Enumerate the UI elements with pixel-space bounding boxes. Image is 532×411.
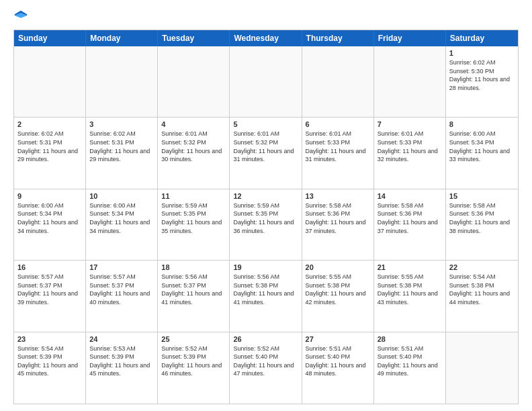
logo-icon [13,9,28,24]
calendar-row: 2Sunrise: 6:02 AM Sunset: 5:31 PM Daylig… [14,118,518,189]
day-number: 20 [306,263,370,271]
calendar-cell [302,46,374,117]
day-number: 21 [378,263,442,271]
day-info: Sunrise: 6:00 AM Sunset: 5:34 PM Dayligh… [449,130,515,163]
day-info: Sunrise: 6:02 AM Sunset: 5:30 PM Dayligh… [449,58,515,92]
calendar-body: 1Sunrise: 6:02 AM Sunset: 5:30 PM Daylig… [14,46,518,404]
calendar-cell: 28Sunrise: 5:51 AM Sunset: 5:40 PM Dayli… [374,332,446,404]
day-number: 11 [161,192,226,200]
header [13,11,519,24]
calendar-cell: 3Sunrise: 6:02 AM Sunset: 5:31 PM Daylig… [86,118,158,188]
calendar-cell: 23Sunrise: 5:54 AM Sunset: 5:39 PM Dayli… [14,332,86,404]
day-info: Sunrise: 6:01 AM Sunset: 5:33 PM Dayligh… [306,130,370,163]
calendar-cell: 21Sunrise: 5:55 AM Sunset: 5:38 PM Dayli… [374,261,446,331]
day-info: Sunrise: 6:01 AM Sunset: 5:32 PM Dayligh… [233,130,298,163]
calendar: SundayMondayTuesdayWednesdayThursdayFrid… [13,30,519,404]
day-number: 16 [17,263,82,271]
day-number: 10 [89,192,154,200]
calendar-cell: 9Sunrise: 6:00 AM Sunset: 5:34 PM Daylig… [14,189,86,260]
weekday-header: Monday [86,30,158,46]
calendar-row: 16Sunrise: 5:57 AM Sunset: 5:37 PM Dayli… [14,261,518,332]
day-info: Sunrise: 5:58 AM Sunset: 5:36 PM Dayligh… [378,201,442,235]
day-number: 25 [161,335,226,343]
day-info: Sunrise: 5:56 AM Sunset: 5:38 PM Dayligh… [233,273,298,306]
calendar-row: 23Sunrise: 5:54 AM Sunset: 5:39 PM Dayli… [14,332,518,404]
weekday-header: Friday [374,30,446,46]
day-number: 5 [233,120,298,128]
day-info: Sunrise: 6:00 AM Sunset: 5:34 PM Dayligh… [17,201,82,235]
calendar-cell: 2Sunrise: 6:02 AM Sunset: 5:31 PM Daylig… [14,118,86,188]
logo [13,11,31,24]
calendar-cell: 17Sunrise: 5:57 AM Sunset: 5:37 PM Dayli… [86,261,158,331]
day-info: Sunrise: 5:59 AM Sunset: 5:35 PM Dayligh… [161,201,226,235]
day-number: 12 [233,192,298,200]
day-number: 6 [306,120,370,128]
calendar-cell [230,46,302,117]
calendar-cell: 4Sunrise: 6:01 AM Sunset: 5:32 PM Daylig… [158,118,230,188]
day-info: Sunrise: 5:54 AM Sunset: 5:38 PM Dayligh… [449,273,515,306]
calendar-cell: 19Sunrise: 5:56 AM Sunset: 5:38 PM Dayli… [230,261,302,331]
day-info: Sunrise: 5:52 AM Sunset: 5:39 PM Dayligh… [161,345,226,378]
day-number: 7 [378,120,442,128]
day-number: 27 [306,335,370,343]
day-info: Sunrise: 6:01 AM Sunset: 5:32 PM Dayligh… [161,130,226,163]
day-info: Sunrise: 6:00 AM Sunset: 5:34 PM Dayligh… [89,201,154,235]
day-info: Sunrise: 5:59 AM Sunset: 5:35 PM Dayligh… [233,201,298,235]
calendar-header: SundayMondayTuesdayWednesdayThursdayFrid… [14,30,518,46]
day-info: Sunrise: 5:53 AM Sunset: 5:39 PM Dayligh… [89,345,154,378]
calendar-cell [86,46,158,117]
day-number: 8 [449,120,515,128]
calendar-cell: 26Sunrise: 5:52 AM Sunset: 5:40 PM Dayli… [230,332,302,404]
day-number: 17 [89,263,154,271]
calendar-cell [14,46,86,117]
day-number: 23 [17,335,82,343]
calendar-cell: 20Sunrise: 5:55 AM Sunset: 5:38 PM Dayli… [302,261,374,331]
day-number: 26 [233,335,298,343]
day-info: Sunrise: 5:58 AM Sunset: 5:36 PM Dayligh… [449,201,515,235]
day-info: Sunrise: 5:51 AM Sunset: 5:40 PM Dayligh… [306,345,370,378]
calendar-cell: 15Sunrise: 5:58 AM Sunset: 5:36 PM Dayli… [446,189,518,260]
weekday-header: Thursday [302,30,374,46]
day-number: 9 [17,192,82,200]
weekday-header: Sunday [14,30,86,46]
day-number: 19 [233,263,298,271]
calendar-cell: 27Sunrise: 5:51 AM Sunset: 5:40 PM Dayli… [302,332,374,404]
day-info: Sunrise: 5:56 AM Sunset: 5:37 PM Dayligh… [161,273,226,306]
day-info: Sunrise: 5:54 AM Sunset: 5:39 PM Dayligh… [17,345,82,378]
day-number: 24 [89,335,154,343]
day-info: Sunrise: 5:55 AM Sunset: 5:38 PM Dayligh… [306,273,370,306]
page: SundayMondayTuesdayWednesdayThursdayFrid… [0,0,532,411]
day-number: 14 [378,192,442,200]
calendar-cell: 6Sunrise: 6:01 AM Sunset: 5:33 PM Daylig… [302,118,374,188]
day-number: 3 [89,120,154,128]
calendar-cell: 14Sunrise: 5:58 AM Sunset: 5:36 PM Dayli… [374,189,446,260]
calendar-cell: 25Sunrise: 5:52 AM Sunset: 5:39 PM Dayli… [158,332,230,404]
day-info: Sunrise: 6:02 AM Sunset: 5:31 PM Dayligh… [89,130,154,163]
day-info: Sunrise: 5:58 AM Sunset: 5:36 PM Dayligh… [306,201,370,235]
calendar-cell: 5Sunrise: 6:01 AM Sunset: 5:32 PM Daylig… [230,118,302,188]
day-info: Sunrise: 5:51 AM Sunset: 5:40 PM Dayligh… [378,345,442,378]
calendar-cell: 24Sunrise: 5:53 AM Sunset: 5:39 PM Dayli… [86,332,158,404]
calendar-cell: 22Sunrise: 5:54 AM Sunset: 5:38 PM Dayli… [446,261,518,331]
calendar-cell [446,332,518,404]
day-number: 15 [449,192,515,200]
weekday-header: Tuesday [158,30,230,46]
calendar-cell: 7Sunrise: 6:01 AM Sunset: 5:33 PM Daylig… [374,118,446,188]
calendar-cell: 1Sunrise: 6:02 AM Sunset: 5:30 PM Daylig… [446,46,518,117]
calendar-cell: 16Sunrise: 5:57 AM Sunset: 5:37 PM Dayli… [14,261,86,331]
day-number: 28 [378,335,442,343]
calendar-cell [158,46,230,117]
day-number: 13 [306,192,370,200]
calendar-cell: 18Sunrise: 5:56 AM Sunset: 5:37 PM Dayli… [158,261,230,331]
calendar-cell [374,46,446,117]
calendar-cell: 8Sunrise: 6:00 AM Sunset: 5:34 PM Daylig… [446,118,518,188]
calendar-row: 9Sunrise: 6:00 AM Sunset: 5:34 PM Daylig… [14,189,518,261]
day-number: 4 [161,120,226,128]
day-number: 2 [17,120,82,128]
day-info: Sunrise: 5:57 AM Sunset: 5:37 PM Dayligh… [89,273,154,306]
calendar-cell: 10Sunrise: 6:00 AM Sunset: 5:34 PM Dayli… [86,189,158,260]
day-info: Sunrise: 6:02 AM Sunset: 5:31 PM Dayligh… [17,130,82,163]
day-info: Sunrise: 5:52 AM Sunset: 5:40 PM Dayligh… [233,345,298,378]
weekday-header: Saturday [446,30,518,46]
weekday-header: Wednesday [230,30,302,46]
